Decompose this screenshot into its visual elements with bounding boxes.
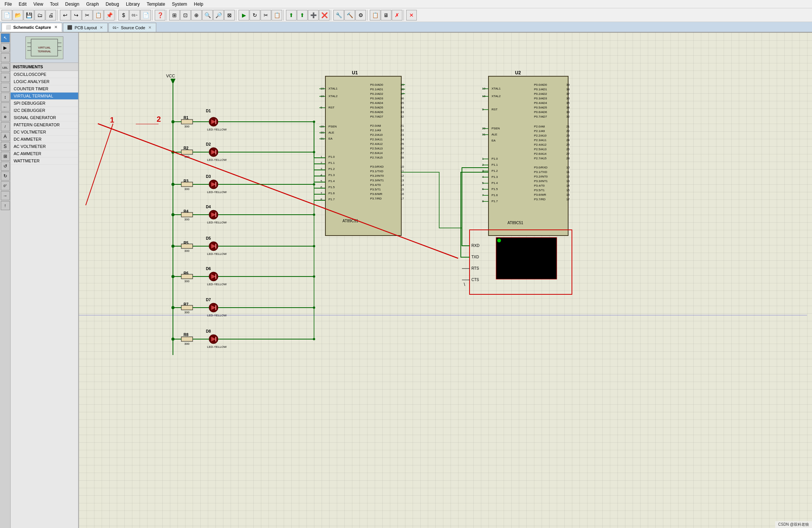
instrument-signal-gen[interactable]: SIGNAL GENERATOR	[11, 114, 78, 121]
tool-add[interactable]: +	[1, 53, 10, 62]
menu-edit[interactable]: Edit	[16, 1, 30, 8]
toolbar-save-all[interactable]: 🗂	[35, 10, 45, 20]
menu-design[interactable]: Design	[62, 1, 82, 8]
svg-text:26: 26	[401, 147, 404, 150]
svg-text:LED-YELLOW: LED-YELLOW	[207, 345, 227, 349]
toolbar-help[interactable]: ❓	[155, 10, 165, 20]
toolbar-zoomin[interactable]: 🔍	[202, 10, 213, 20]
schematic-canvas[interactable]: VCC U1 XTAL1 XTAL2 RST PSEN ALE EA P1.0 …	[79, 33, 812, 528]
tool-rotate-cw[interactable]: ↻	[1, 171, 10, 181]
svg-text:21: 21	[566, 125, 570, 128]
toolbar-down[interactable]: ⬆	[297, 10, 308, 20]
tool-line[interactable]: —	[1, 83, 10, 92]
toolbar-tool1[interactable]: 🔧	[333, 10, 344, 20]
menu-template[interactable]: Template	[144, 1, 168, 8]
tool-wire[interactable]: /	[1, 122, 10, 131]
toolbar-step[interactable]: ↻	[250, 10, 260, 20]
tab-source[interactable]: 01~ Source Code ✕	[108, 23, 156, 32]
toolbar-fit[interactable]: ⊠	[224, 10, 235, 20]
menu-library[interactable]: Library	[123, 1, 143, 8]
svg-rect-194	[181, 150, 193, 154]
toolbar-dollar[interactable]: $	[118, 10, 129, 20]
instrument-dc-amp[interactable]: DC AMMETER	[11, 136, 78, 143]
toolbar-play[interactable]: ▶	[239, 10, 249, 20]
tool-plus2[interactable]: ⊞	[1, 152, 10, 161]
toolbar-save[interactable]: 💾	[24, 10, 34, 20]
tool-play[interactable]: ▶	[1, 43, 10, 52]
instrument-logic[interactable]: LOGIC ANALYSER	[11, 78, 78, 85]
toolbar-zoomout[interactable]: 🔎	[213, 10, 224, 20]
toolbar-undo[interactable]: ↩	[60, 10, 71, 20]
tool-flipv[interactable]: ↕	[1, 93, 10, 102]
toolbar-center[interactable]: ⊕	[191, 10, 202, 20]
tool-symbol[interactable]: S	[1, 142, 10, 151]
instrument-spi[interactable]: SPI DEBUGGER	[11, 100, 78, 107]
svg-text:1: 1	[110, 116, 114, 124]
toolbar-paste[interactable]: 📌	[104, 10, 115, 20]
menu-system[interactable]: System	[169, 1, 190, 8]
svg-text:P0.5/AD5: P0.5/AD5	[370, 106, 383, 109]
tool-rotate-ccw[interactable]: ↺	[1, 162, 10, 171]
toolbar-add[interactable]: ➕	[308, 10, 319, 20]
toolbar-tool3[interactable]: ⚙	[355, 10, 366, 20]
toolbar-01[interactable]: 01~	[129, 10, 140, 20]
toolbar-board2[interactable]: 🖥	[381, 10, 391, 20]
toolbar-grid[interactable]: ⊞	[169, 10, 180, 20]
toolbar-x[interactable]: ✗	[392, 10, 402, 20]
instrument-virtual-terminal[interactable]: VIRTUAL TERMINAL	[11, 93, 78, 100]
menu-graph[interactable]: Graph	[83, 1, 102, 8]
toolbar-redo[interactable]: ↪	[71, 10, 82, 20]
toolbar-tool2[interactable]: 🔨	[344, 10, 355, 20]
toolbar-doc[interactable]: 📄	[140, 10, 151, 20]
svg-text:P0.3/AD3: P0.3/AD3	[534, 97, 547, 100]
tool-right[interactable]: →	[1, 191, 10, 200]
tab-pcb[interactable]: ⬛ PCB Layout ✕	[63, 23, 108, 32]
instrument-i2c[interactable]: I2C DEBUGGER	[11, 107, 78, 114]
toolbar-grid2[interactable]: ⊡	[180, 10, 191, 20]
tool-junction[interactable]: ⊕	[1, 112, 10, 121]
instrument-dc-volt[interactable]: DC VOLTMETER	[11, 129, 78, 136]
svg-text:U1: U1	[352, 70, 358, 75]
instrument-ac-amp[interactable]: AC AMMETER	[11, 150, 78, 157]
menu-help[interactable]: Help	[191, 1, 206, 8]
toolbar-copy2[interactable]: 📋	[272, 10, 282, 20]
instrument-watt[interactable]: WATTMETER	[11, 157, 78, 165]
menu-file[interactable]: File	[2, 1, 15, 8]
menu-debug[interactable]: Debug	[103, 1, 122, 8]
svg-text:11: 11	[566, 170, 570, 174]
instrument-counter[interactable]: COUNTER TIMER	[11, 85, 78, 93]
toolbar-up[interactable]: ⬆	[286, 10, 297, 20]
toolbar-board[interactable]: 📋	[370, 10, 380, 20]
toolbar-cut[interactable]: ✂	[82, 10, 93, 20]
svg-text:P2.0/A8: P2.0/A8	[370, 124, 381, 127]
left-toolbar: ↖ ▶ + LBL ≡ — ↕ ← ⊕ / A S ⊞ ↺ ↻ 0° → ↑	[0, 33, 11, 528]
toolbar-copy[interactable]: 📋	[93, 10, 104, 20]
toolbar-print[interactable]: 🖨	[46, 10, 56, 20]
tool-select[interactable]: ↖	[1, 33, 10, 42]
tab-source-close[interactable]: ✕	[148, 25, 152, 30]
toolbar-new[interactable]: 📄	[2, 10, 12, 20]
main-area: ↖ ▶ + LBL ≡ — ↕ ← ⊕ / A S ⊞ ↺ ↻ 0° → ↑	[0, 33, 812, 528]
toolbar-cut2[interactable]: ✂	[261, 10, 271, 20]
tool-angle[interactable]: 0°	[1, 181, 10, 190]
instrument-pattern-gen[interactable]: PATTERN GENERATOR	[11, 121, 78, 129]
toolbar-open[interactable]: 📂	[13, 10, 23, 20]
toolbar-del[interactable]: ❌	[319, 10, 330, 20]
tool-props[interactable]: ≡	[1, 73, 10, 82]
tab-source-icon: 01~	[113, 26, 118, 30]
tool-up[interactable]: ↑	[1, 201, 10, 210]
tab-schematic-close[interactable]: ✕	[53, 25, 58, 30]
tool-label[interactable]: LBL	[1, 63, 10, 72]
menu-view[interactable]: View	[30, 1, 46, 8]
menu-tool[interactable]: Tool	[47, 1, 61, 8]
tab-pcb-close[interactable]: ✕	[99, 25, 104, 30]
tab-schematic[interactable]: ⬜ Schematic Capture ✕	[2, 23, 62, 32]
svg-point-292	[171, 338, 174, 341]
svg-text:300: 300	[184, 249, 190, 253]
svg-text:10: 10	[401, 165, 404, 168]
instrument-oscilloscope[interactable]: OSCILLOSCOPE	[11, 71, 78, 78]
tool-dir[interactable]: ←	[1, 102, 10, 112]
instrument-ac-volt[interactable]: AC VOLTMETER	[11, 143, 78, 150]
toolbar-del2[interactable]: ✕	[406, 10, 417, 20]
tool-text[interactable]: A	[1, 132, 10, 141]
